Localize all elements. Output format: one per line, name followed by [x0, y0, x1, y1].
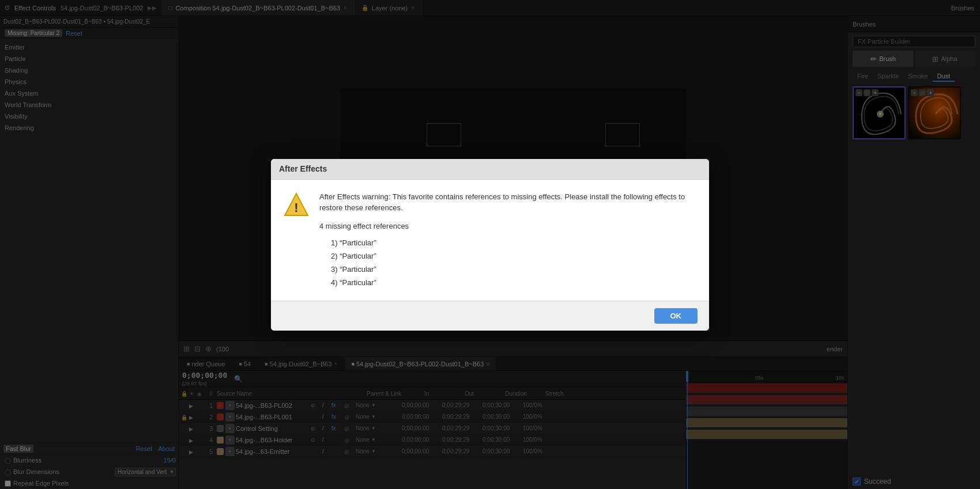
dialog-footer: OK — [271, 301, 709, 331]
dialog-list-item-2: 2) “Particular” — [319, 249, 698, 263]
dialog-content: After Effects warning: This favorite con… — [319, 191, 698, 289]
dialog-list-item-4: 4) “Particular” — [319, 276, 698, 289]
dialog-overlay: After Effects ! After Effects warning: T… — [0, 0, 980, 489]
dialog-box: After Effects ! After Effects warning: T… — [271, 159, 709, 331]
dialog-title: After Effects — [279, 164, 327, 173]
dialog-warning-icon: ! — [282, 191, 310, 219]
dialog-message: After Effects warning: This favorite con… — [319, 191, 698, 214]
dialog-missing-count: 4 missing effect references — [319, 222, 698, 230]
svg-text:!: ! — [294, 200, 298, 215]
ok-button[interactable]: OK — [654, 308, 698, 324]
dialog-list-item-3: 3) “Particular” — [319, 263, 698, 276]
warning-triangle-svg: ! — [282, 191, 310, 219]
dialog-list-item-1: 1) “Particular” — [319, 236, 698, 249]
dialog-body: ! After Effects warning: This favorite c… — [271, 180, 709, 301]
dialog-titlebar: After Effects — [271, 159, 709, 180]
